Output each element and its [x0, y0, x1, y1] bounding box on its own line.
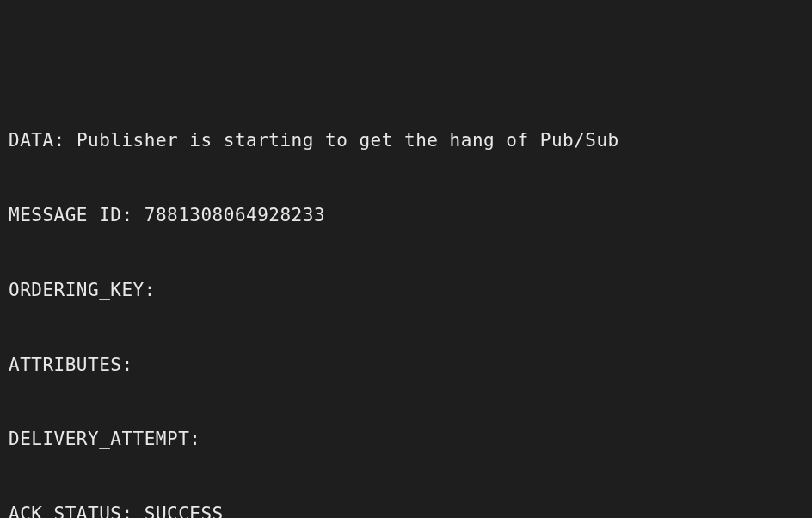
terminal-output[interactable]: DATA: Publisher is starting to get the h…	[0, 0, 812, 518]
field-label: ACK_STATUS:	[9, 503, 133, 518]
field-label: MESSAGE_ID:	[9, 205, 133, 225]
message-id-row: MESSAGE_ID: 7881308064928233	[9, 203, 803, 228]
field-label: ORDERING_KEY:	[9, 280, 156, 300]
field-label: ATTRIBUTES:	[9, 355, 133, 375]
attributes-row: ATTRIBUTES:	[9, 353, 803, 378]
field-label: DATA:	[9, 130, 65, 151]
delivery-attempt-row: DELIVERY_ATTEMPT:	[9, 427, 803, 452]
message-id-value: 7881308064928233	[145, 205, 325, 225]
ordering-key-row: ORDERING_KEY:	[9, 278, 803, 303]
data-row: DATA: Publisher is starting to get the h…	[9, 128, 803, 153]
message-block: DATA: Publisher is starting to get the h…	[9, 78, 803, 518]
data-value: Publisher is starting to get the hang of…	[77, 130, 619, 151]
ack-status-row: ACK_STATUS: SUCCESS	[9, 502, 803, 518]
ack-status-value: SUCCESS	[145, 503, 224, 518]
field-label: DELIVERY_ATTEMPT:	[9, 429, 200, 449]
